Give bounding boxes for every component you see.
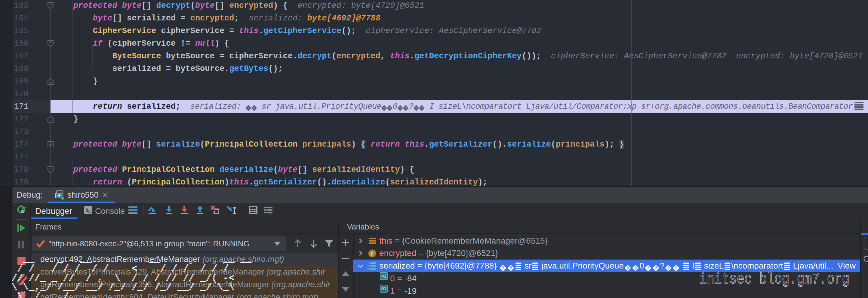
svg-text:3: 3 (367, 268, 369, 270)
svg-text:p: p (371, 251, 374, 256)
